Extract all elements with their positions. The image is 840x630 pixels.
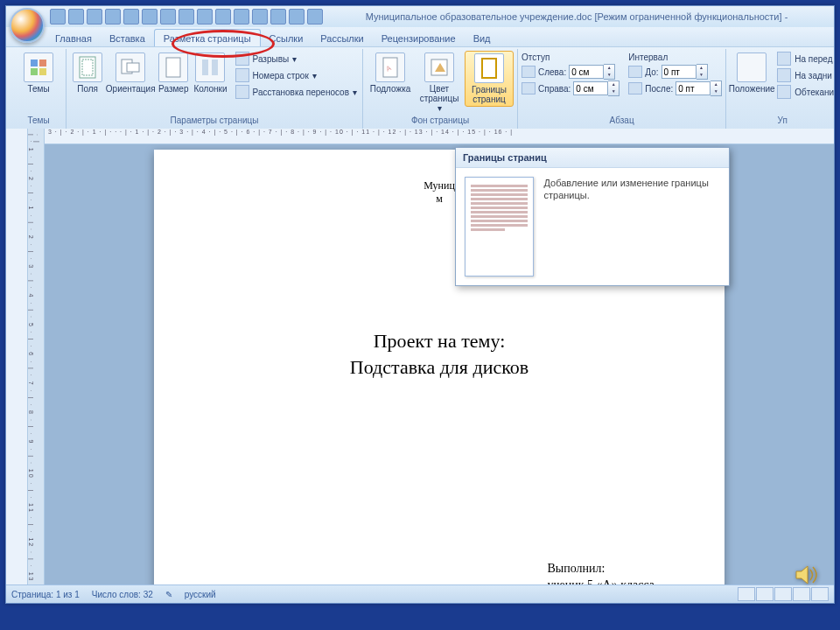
status-lang-icon: ✎: [165, 590, 172, 599]
themes-icon: [24, 52, 53, 82]
screentip: Границы страниц Добавление или изменение…: [455, 147, 730, 286]
qat-icon[interactable]: [160, 9, 176, 24]
view-draft[interactable]: [811, 587, 829, 601]
themes-button[interactable]: Темы: [15, 51, 62, 95]
qat-icon[interactable]: [178, 9, 194, 24]
view-print-layout[interactable]: [738, 587, 755, 601]
page-borders-button[interactable]: Границы страниц: [465, 51, 514, 107]
hyphenation-button[interactable]: Расстановка переносов ▾: [234, 84, 359, 100]
breaks-icon: [235, 52, 249, 66]
line-numbers-icon: [235, 68, 249, 82]
doc-title: Проект на тему: Подставка для дисков: [194, 328, 684, 380]
word-window: Муниципальное образовательное учреждение…: [5, 5, 835, 604]
orientation-icon: [116, 52, 145, 82]
orientation-button[interactable]: Ориентация: [107, 51, 154, 95]
breaks-button[interactable]: Разрывы ▾: [234, 51, 359, 66]
send-back-button[interactable]: На задни: [775, 67, 836, 83]
hyphenation-icon: [235, 85, 249, 99]
qat-print-icon[interactable]: [123, 9, 139, 24]
qat-icon[interactable]: [215, 9, 231, 24]
status-words[interactable]: Число слов: 32: [92, 590, 153, 599]
text-wrap-button[interactable]: Обтекани: [775, 84, 836, 100]
selection-bar: [6, 129, 28, 585]
titlebar: Муниципальное образовательное учреждение…: [6, 6, 834, 27]
columns-icon: [195, 52, 225, 82]
qat-icon[interactable]: [234, 9, 249, 24]
group-label: Абзац: [522, 116, 722, 130]
spinner-arrows[interactable]: ▲▼: [608, 80, 620, 96]
group-themes: Темы Темы: [11, 49, 66, 130]
line-numbers-button[interactable]: Номера строк ▾: [234, 67, 359, 83]
margins-button[interactable]: Поля: [70, 51, 105, 95]
screentip-title: Границы страниц: [456, 148, 729, 168]
tab-review[interactable]: Рецензирование: [373, 30, 465, 46]
page-color-button[interactable]: Цвет страницы ▾: [416, 51, 463, 115]
vertical-ruler: | · 1 · | · 2 · | · 1 · | · 2 · | · 3 · …: [28, 129, 45, 585]
view-full-screen[interactable]: [756, 587, 774, 601]
spacing-after-input[interactable]: [676, 81, 710, 95]
qat-icon[interactable]: [270, 9, 286, 24]
indent-right-input[interactable]: [573, 81, 608, 95]
ribbon: Темы Темы Поля Ориентация Размер Колонки…: [6, 46, 834, 130]
spinner-arrows[interactable]: ▲▼: [604, 64, 615, 80]
qat-icon[interactable]: [252, 9, 268, 24]
screentip-thumbnail: [465, 177, 534, 276]
size-button[interactable]: Размер: [156, 51, 191, 95]
bring-front-button[interactable]: На перед: [775, 51, 836, 66]
spinner-arrows[interactable]: ▲▼: [696, 64, 708, 80]
margins-icon: [73, 52, 102, 82]
indent-left-input[interactable]: [569, 65, 604, 79]
bring-front-icon: [777, 52, 791, 66]
tab-page-layout[interactable]: Разметка страницы: [154, 29, 261, 46]
spacing-header: Интервал: [628, 52, 722, 62]
svg-rect-1: [39, 60, 46, 66]
ribbon-tabs: Главная Вставка Разметка страницы Ссылки…: [6, 27, 834, 46]
svg-rect-8: [166, 58, 180, 77]
columns-button[interactable]: Колонки: [192, 51, 228, 95]
send-back-icon: [777, 68, 791, 82]
view-web-layout[interactable]: [774, 587, 792, 601]
watermark-icon: A: [375, 52, 405, 82]
status-page[interactable]: Страница: 1 из 1: [11, 590, 80, 599]
watermark-button[interactable]: AПодложка: [367, 51, 414, 95]
view-buttons: [738, 587, 829, 601]
spinner-arrows[interactable]: ▲▼: [710, 80, 722, 96]
qat-undo-icon[interactable]: [68, 9, 84, 24]
qat-save-icon[interactable]: [50, 9, 66, 24]
tab-view[interactable]: Вид: [465, 30, 500, 46]
spacing-before-icon: [628, 66, 642, 78]
tab-references[interactable]: Ссылки: [261, 30, 312, 46]
screentip-text: Добавление или изменение границы страниц…: [544, 177, 720, 202]
group-label: Фон страницы: [367, 116, 514, 130]
position-button[interactable]: Положение: [730, 51, 774, 95]
qat-open-icon[interactable]: [105, 9, 121, 24]
horizontal-ruler: 3 · | · 2 · | · 1 · | · · · | · 1 · | · …: [45, 129, 834, 144]
window-title: Муниципальное образовательное учреждение…: [323, 11, 830, 22]
spacing-before-input[interactable]: [662, 65, 696, 79]
qat-icon[interactable]: [289, 9, 304, 24]
size-icon: [158, 52, 188, 82]
indent-left-icon: [522, 66, 536, 78]
group-label: Темы: [15, 116, 62, 130]
group-arrange: Положение На перед На задни Обтекани Уп: [726, 49, 838, 130]
svg-rect-7: [127, 63, 139, 72]
tab-home[interactable]: Главная: [46, 30, 101, 46]
office-button[interactable]: [10, 8, 45, 43]
svg-rect-2: [31, 68, 38, 75]
page-borders-icon: [474, 53, 504, 83]
qat-redo-icon[interactable]: [87, 9, 102, 24]
svg-rect-10: [212, 60, 218, 75]
sound-icon[interactable]: [793, 562, 819, 588]
statusbar: Страница: 1 из 1 Число слов: 32 ✎ русски…: [6, 584, 834, 603]
qat-new-icon[interactable]: [142, 9, 158, 24]
tab-mailings[interactable]: Рассылки: [312, 30, 372, 46]
group-label: Параметры страницы: [70, 116, 359, 130]
qat-icon[interactable]: [307, 9, 323, 24]
group-label: Уп: [730, 116, 835, 130]
status-language[interactable]: русский: [185, 590, 216, 599]
svg-rect-3: [39, 68, 46, 75]
view-outline[interactable]: [793, 587, 810, 601]
qat-icon[interactable]: [197, 9, 213, 24]
tab-insert[interactable]: Вставка: [101, 30, 154, 46]
svg-rect-9: [202, 60, 208, 75]
